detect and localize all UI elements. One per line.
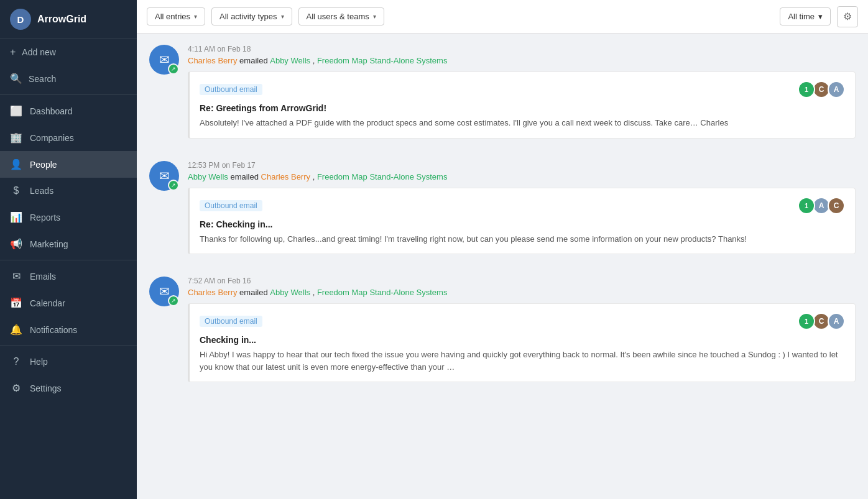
activity-types-label: All activity types: [219, 12, 277, 21]
sidebar-divider: [0, 94, 137, 95]
outbound-tag: Outbound email: [200, 316, 262, 327]
users-teams-chevron-icon: ▾: [373, 13, 376, 20]
sidebar-item-people[interactable]: 👤 People: [0, 151, 137, 178]
sidebar-item-reports[interactable]: 📊 Reports: [0, 204, 137, 231]
sidebar: D ArrowGrid + Add new 🔍 Search ⬜ Dashboa…: [0, 0, 137, 499]
activity-icon-badge: ↗: [168, 295, 179, 306]
sidebar-item-settings[interactable]: ⚙ Settings: [0, 375, 137, 401]
leads-label: Leads: [30, 186, 53, 196]
target-person[interactable]: Abby Wells: [270, 288, 310, 297]
search-button[interactable]: 🔍 Search: [0, 65, 137, 92]
gear-icon: ⚙: [843, 11, 852, 22]
search-label: Search: [29, 74, 56, 84]
reports-icon: 📊: [10, 211, 22, 223]
card-header: Outbound email 1 C A: [200, 81, 845, 98]
users-teams-filter-button[interactable]: All users & teams ▾: [298, 7, 384, 25]
avatars-group: 1 C A: [800, 81, 845, 98]
search-icon: 🔍: [10, 73, 22, 85]
reports-label: Reports: [30, 213, 60, 222]
sidebar-item-calendar[interactable]: 📅 Calendar: [0, 290, 137, 316]
activity-icon-badge: ↗: [168, 180, 179, 191]
activity-card: Outbound email 1 C A Checking in... Hi A…: [188, 303, 856, 382]
target-company[interactable]: Freedom Map Stand-Alone Systems: [317, 172, 448, 181]
marketing-label: Marketing: [30, 239, 68, 249]
card-header: Outbound email 1 C A: [200, 313, 845, 330]
entries-filter-button[interactable]: All entries ▾: [147, 7, 205, 25]
dashboard-label: Dashboard: [30, 106, 73, 116]
emails-icon: ✉: [10, 270, 22, 282]
sidebar-item-notifications[interactable]: 🔔 Notifications: [0, 316, 137, 343]
activity-content: 12:53 PM on Feb 17 Abby Wells emailed Ch…: [188, 161, 856, 255]
activity-item: ✉ ↗ 12:53 PM on Feb 17 Abby Wells emaile…: [137, 150, 868, 266]
time-filter-button[interactable]: All time ▾: [780, 7, 831, 25]
card-subject: Re: Checking in...: [200, 219, 845, 229]
sidebar-item-emails[interactable]: ✉ Emails: [0, 263, 137, 290]
actor-name[interactable]: Charles Berry: [188, 56, 237, 65]
companies-label: Companies: [30, 133, 74, 143]
help-icon: ?: [10, 356, 22, 367]
main-panel: All entries ▾ All activity types ▾ All u…: [137, 0, 868, 499]
card-body: Hi Abby! I was happy to hear that our te…: [200, 349, 845, 373]
comma: ,: [313, 172, 317, 181]
target-company[interactable]: Freedom Map Stand-Alone Systems: [317, 288, 448, 297]
actor-name[interactable]: Abby Wells: [188, 172, 228, 181]
sidebar-item-companies[interactable]: 🏢 Companies: [0, 124, 137, 151]
users-teams-label: All users & teams: [307, 12, 369, 21]
activity-actors: Charles Berry emailed Abby Wells , Freed…: [188, 56, 856, 65]
activity-content: 7:52 AM on Feb 16 Charles Berry emailed …: [188, 277, 856, 382]
settings-icon: ⚙: [10, 382, 22, 394]
marketing-icon: 📢: [10, 238, 22, 250]
activity-timestamp: 7:52 AM on Feb 16: [188, 277, 856, 285]
entries-filter-label: All entries: [155, 12, 190, 21]
add-new-button[interactable]: + Add new: [0, 39, 137, 65]
app-logo[interactable]: D ArrowGrid: [0, 0, 137, 39]
sidebar-item-leads[interactable]: $ Leads: [0, 178, 137, 204]
avatar-2: C: [828, 197, 845, 214]
toolbar: All entries ▾ All activity types ▾ All u…: [137, 0, 868, 34]
activity-timestamp: 4:11 AM on Feb 18: [188, 45, 856, 53]
target-person[interactable]: Charles Berry: [261, 172, 310, 181]
sidebar-item-dashboard[interactable]: ⬜ Dashboard: [0, 98, 137, 124]
card-subject: Re: Greetings from ArrowGrid!: [200, 103, 845, 113]
calendar-icon: 📅: [10, 297, 22, 309]
notifications-icon: 🔔: [10, 324, 22, 336]
activity-card: Outbound email 1 C A Re: Greetings from …: [188, 71, 856, 139]
activity-content: 4:11 AM on Feb 18 Charles Berry emailed …: [188, 45, 856, 139]
card-body: Absolutely! I've attached a PDF guide wi…: [200, 117, 845, 129]
card-subject: Checking in...: [200, 335, 845, 345]
activity-item: ✉ ↗ 7:52 AM on Feb 16 Charles Berry emai…: [137, 265, 868, 393]
settings-gear-button[interactable]: ⚙: [837, 6, 858, 27]
activity-icon-wrap: ✉ ↗: [149, 277, 179, 306]
activity-icon-wrap: ✉ ↗: [149, 45, 179, 75]
leads-icon: $: [10, 185, 22, 196]
sidebar-divider-2: [0, 260, 137, 260]
time-chevron-icon: ▾: [818, 12, 823, 21]
avatar-count-badge: 1: [798, 313, 815, 330]
action-text: emailed: [239, 288, 270, 297]
activity-icon-wrap: ✉ ↗: [149, 161, 179, 191]
activity-types-chevron-icon: ▾: [281, 13, 284, 20]
target-person[interactable]: Abby Wells: [270, 56, 310, 65]
sidebar-item-help[interactable]: ? Help: [0, 349, 137, 375]
avatar-2: A: [828, 313, 845, 330]
sidebar-item-marketing[interactable]: 📢 Marketing: [0, 231, 137, 257]
actor-name[interactable]: Charles Berry: [188, 288, 237, 297]
outbound-tag: Outbound email: [200, 84, 262, 95]
card-header: Outbound email 1 A C: [200, 197, 845, 214]
outbound-tag: Outbound email: [200, 200, 262, 211]
comma: ,: [313, 288, 317, 297]
settings-label: Settings: [30, 383, 62, 393]
plus-icon: +: [10, 47, 16, 58]
entries-chevron-icon: ▾: [194, 13, 197, 20]
activity-icon-badge: ↗: [168, 63, 179, 75]
avatar-2: A: [828, 81, 845, 98]
activity-actors: Charles Berry emailed Abby Wells , Freed…: [188, 288, 856, 297]
activity-types-filter-button[interactable]: All activity types ▾: [211, 7, 292, 25]
time-filter-label: All time: [788, 12, 815, 21]
dashboard-icon: ⬜: [10, 105, 22, 117]
app-name: ArrowGrid: [37, 14, 86, 25]
activity-feed: ✉ ↗ 4:11 AM on Feb 18 Charles Berry emai…: [137, 34, 868, 499]
action-text: emailed: [230, 172, 261, 181]
companies-icon: 🏢: [10, 132, 22, 144]
target-company[interactable]: Freedom Map Stand-Alone Systems: [317, 56, 448, 65]
